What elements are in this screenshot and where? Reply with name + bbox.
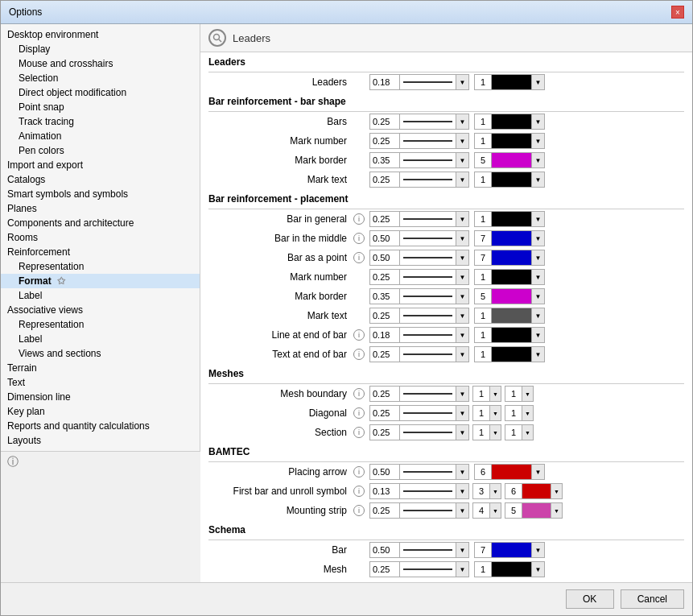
sidebar-item-text[interactable]: Text [1,375,200,390]
svg-line-1 [219,39,221,42]
property-row: Mark border0.35▼5▼ [200,151,692,170]
property-row: Bar0.50▼7▼ [200,540,692,560]
section-bamtec: BAMTEC [200,442,692,461]
properties-panel: LeadersLeaders0.18▼1▼Bar reinforcement -… [200,52,692,579]
info-icon[interactable]: i [353,252,365,263]
sidebar-item-associative-views[interactable]: Associative views [1,303,200,317]
property-row: Bar as a pointi0.50▼7▼ [200,248,692,267]
search-header: Leaders [200,24,692,52]
search-icon [208,29,226,47]
info-icon[interactable]: i [353,427,365,438]
sidebar-item-planes[interactable]: Planes [1,201,200,216]
info-icon[interactable]: i [353,388,365,399]
sidebar-item-track-tracing[interactable]: Track tracing [1,114,200,129]
sidebar-item-terrain[interactable]: Terrain [1,361,200,375]
sidebar-item-reinforcement[interactable]: Reinforcement [1,245,200,259]
sidebar-list: Desktop environmentDisplayMouse and cros… [1,24,200,451]
sidebar-item-assoc-representation[interactable]: Representation [1,317,200,332]
property-row: Mark border0.35▼5▼ [200,287,692,306]
info-icon[interactable]: i [353,466,365,478]
info-icon[interactable]: i [353,407,365,419]
info-icon[interactable]: i [353,349,365,360]
section-meshes: Meshes [200,364,692,383]
sidebar-item-dimension-line[interactable]: Dimension line [1,390,200,404]
sidebar-item-views-sections[interactable]: Views and sections [1,346,200,361]
section-bar-reinforcement-placement: Bar reinforcement - placement [200,189,692,209]
ok-button[interactable]: OK [566,589,614,609]
section-bar-reinforcement-shape: Bar reinforcement - bar shape [200,92,692,111]
info-icon: ⓘ [7,455,19,468]
sidebar-item-mouse-crosshairs[interactable]: Mouse and crosshairs [1,56,200,71]
sidebar-item-import-export[interactable]: Import and export [1,158,200,172]
sidebar-item-key-plan[interactable]: Key plan [1,404,200,419]
info-icon[interactable]: i [353,505,365,516]
section-schema: Schema [200,520,692,540]
sidebar-item-animation[interactable]: Animation [1,129,200,143]
section-leaders: Leaders [200,52,692,72]
cancel-button[interactable]: Cancel [621,589,684,609]
sidebar: Desktop environmentDisplayMouse and cros… [1,24,200,582]
sidebar-item-format[interactable]: Format ✩ [1,274,200,288]
sidebar-item-selection[interactable]: Selection [1,71,200,85]
property-row: Bar in generali0.25▼1▼ [200,209,692,229]
panel-title: Leaders [233,32,270,44]
bottom-bar: OK Cancel [1,582,692,615]
info-icon[interactable]: i [353,233,365,244]
sidebar-item-desktop-env[interactable]: Desktop environment [1,27,200,42]
property-row: Placing arrowi0.50▼6▼ [200,462,692,482]
sidebar-item-components[interactable]: Components and architecture [1,216,200,230]
property-row: First bar and unroll symboli0.13▼3▼6▼ [200,482,692,501]
info-icon[interactable]: i [353,486,365,497]
property-row: Line at end of bari0.18▼1▼ [200,325,692,345]
property-row: Sectioni0.25▼1▼1▼ [200,423,692,442]
sidebar-item-pen-colors[interactable]: Pen colors [1,143,200,158]
sidebar-item-assoc-label[interactable]: Label [1,332,200,346]
sidebar-item-direct-object[interactable]: Direct object modification [1,85,200,100]
svg-point-0 [214,35,220,40]
dialog-title: Options [9,6,42,18]
property-row: Leaders0.18▼1▼ [200,72,692,92]
sidebar-item-reports[interactable]: Reports and quantity calculations [1,419,200,433]
close-button[interactable]: × [671,6,684,19]
sidebar-item-display[interactable]: Display [1,42,200,56]
sidebar-item-layouts[interactable]: Layouts [1,433,200,448]
property-row: Mark number0.25▼1▼ [200,267,692,287]
sidebar-item-smart-symbols[interactable]: Smart symbols and symbols [1,187,200,201]
property-row: Mark text0.25▼1▼ [200,170,692,189]
search-svg [212,33,222,43]
info-icon[interactable]: i [353,213,365,225]
info-icon[interactable]: i [353,329,365,341]
property-row: Mark number0.25▼1▼ [200,131,692,151]
options-dialog: Options × Desktop environmentDisplayMous… [0,0,693,616]
title-bar: Options × [1,1,692,24]
property-row: Text at end of bari0.25▼1▼ [200,345,692,364]
sidebar-item-point-snap[interactable]: Point snap [1,100,200,114]
main-panel: Leaders LeadersLeaders0.18▼1▼Bar reinfor… [200,24,692,582]
property-row: Mark text0.25▼1▼ [200,306,692,325]
property-row: Mounting stripi0.25▼4▼5▼ [200,501,692,520]
property-row: Diagonali0.25▼1▼1▼ [200,403,692,423]
property-row: Bars0.25▼1▼ [200,112,692,131]
sidebar-item-rooms[interactable]: Rooms [1,230,200,245]
star-icon: ✩ [55,275,65,287]
content-area: Desktop environmentDisplayMouse and cros… [1,24,692,582]
sidebar-item-representation[interactable]: Representation [1,259,200,274]
property-row: Mesh boundaryi0.25▼1▼1▼ [200,384,692,403]
sidebar-bottom: ⓘ [1,451,200,473]
sidebar-item-label[interactable]: Label [1,288,200,303]
property-row: Mesh0.25▼1▼ [200,560,692,579]
sidebar-item-catalogs[interactable]: Catalogs [1,172,200,187]
property-row: Bar in the middlei0.50▼7▼ [200,229,692,248]
